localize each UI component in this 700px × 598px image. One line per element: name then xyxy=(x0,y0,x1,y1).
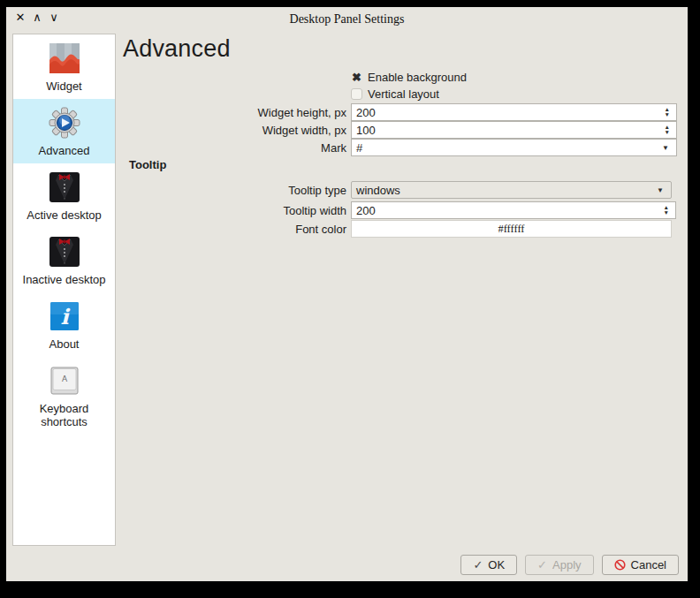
prohibition-icon xyxy=(614,559,626,571)
tooltip-type-value: windows xyxy=(352,184,657,197)
dialog-buttons: ✓ OK ✓ Apply Cancel xyxy=(460,555,679,575)
vertical-layout-checkbox[interactable]: Vertical layout xyxy=(351,87,677,101)
tooltip-width-row: Tooltip width 200 ▲ ▼ xyxy=(123,201,677,219)
mark-label: Mark xyxy=(123,141,351,155)
keycap-a-icon: A xyxy=(47,363,82,398)
spinner-arrows-icon[interactable]: ▲ ▼ xyxy=(665,125,670,135)
mark-row: Mark # ▼ xyxy=(123,139,677,156)
sidebar-item-keyboard-shortcuts[interactable]: A Keyboard shortcuts xyxy=(13,357,115,435)
tooltip-section-label: Tooltip xyxy=(129,158,166,171)
mark-combobox[interactable]: # ▼ xyxy=(351,139,677,156)
widget-width-label: Widget width, px xyxy=(123,124,351,137)
widget-height-label: Widget height, px xyxy=(123,106,351,119)
spin-down-icon[interactable]: ▼ xyxy=(665,112,670,117)
tuxedo-icon xyxy=(47,170,82,205)
tuxedo-icon xyxy=(47,234,82,269)
tooltip-width-label: Tooltip width xyxy=(123,204,351,217)
apply-button[interactable]: ✓ Apply xyxy=(525,555,593,575)
sidebar-item-inactive-desktop[interactable]: Inactive desktop xyxy=(13,228,115,292)
checkbox-checked-icon: ✖ xyxy=(351,72,362,83)
sidebar-item-label: Advanced xyxy=(39,144,90,157)
ok-button-label: OK xyxy=(488,558,505,572)
spinner-arrows-icon[interactable]: ▲ ▼ xyxy=(665,107,670,117)
mark-value: # xyxy=(352,141,662,155)
ok-button[interactable]: ✓ OK xyxy=(460,555,517,575)
widget-width-value: 100 xyxy=(352,124,665,137)
sidebar-item-label: Inactive desktop xyxy=(23,273,106,286)
widget-height-spinbox[interactable]: 200 ▲ ▼ xyxy=(351,103,677,121)
check-icon: ✓ xyxy=(537,558,547,572)
info-icon: i xyxy=(47,299,82,334)
titlebar: ✕ ∧ ∨ Desktop Panel Settings xyxy=(6,7,688,32)
spin-down-icon[interactable]: ▼ xyxy=(664,210,669,216)
tooltip-width-value: 200 xyxy=(352,204,664,217)
checkbox-label: Enable background xyxy=(368,71,467,84)
window-title: Desktop Panel Settings xyxy=(6,12,688,26)
gear-media-icon xyxy=(47,105,82,140)
font-color-row: Font color #ffffff xyxy=(123,220,677,238)
page-title: Advanced xyxy=(123,35,231,63)
spinner-arrows-icon[interactable]: ▲ ▼ xyxy=(664,205,669,216)
vertical-layout-row: Vertical layout xyxy=(123,87,677,102)
sidebar-item-label: Widget xyxy=(46,79,81,93)
cancel-button-label: Cancel xyxy=(631,558,666,572)
font-color-value: #ffffff xyxy=(498,223,524,236)
widget-width-spinbox[interactable]: 100 ▲ ▼ xyxy=(351,121,677,139)
apply-button-label: Apply xyxy=(552,558,582,572)
font-color-label: Font color xyxy=(123,223,351,236)
check-icon: ✓ xyxy=(473,558,483,572)
sidebar-item-widget[interactable]: Widget xyxy=(13,34,115,99)
tooltip-type-combobox[interactable]: windows ▼ xyxy=(351,181,672,199)
desktop: { "window": { "title": "Desktop Panel Se… xyxy=(0,0,700,598)
tooltip-type-label: Tooltip type xyxy=(123,184,351,197)
widget-width-row: Widget width, px 100 ▲ ▼ xyxy=(123,121,677,139)
spin-down-icon[interactable]: ▼ xyxy=(665,130,670,135)
widget-height-value: 200 xyxy=(352,106,665,119)
sidebar-item-about[interactable]: i About xyxy=(13,292,115,357)
svg-text:A: A xyxy=(61,375,67,383)
sidebar-item-active-desktop[interactable]: Active desktop xyxy=(13,163,115,228)
checkbox-unchecked-icon xyxy=(351,88,362,100)
enable-background-row: ✖ Enable background xyxy=(123,70,677,85)
sidebar-item-label: Keyboard shortcuts xyxy=(15,402,113,428)
enable-background-checkbox[interactable]: ✖ Enable background xyxy=(351,71,677,84)
sidebar-item-label: Active desktop xyxy=(27,208,102,222)
tooltip-width-spinbox[interactable]: 200 ▲ ▼ xyxy=(351,201,676,219)
widget-height-row: Widget height, px 200 ▲ ▼ xyxy=(123,103,677,121)
sidebar-item-advanced[interactable]: Advanced xyxy=(13,99,115,163)
sidebar: Widget Advanced xyxy=(12,34,116,546)
chevron-down-icon: ▼ xyxy=(662,144,669,152)
checkbox-label: Vertical layout xyxy=(368,87,439,101)
chevron-down-icon: ▼ xyxy=(657,186,664,194)
font-color-button[interactable]: #ffffff xyxy=(351,220,672,238)
cancel-button[interactable]: Cancel xyxy=(602,555,679,575)
tooltip-type-row: Tooltip type windows ▼ xyxy=(123,181,677,199)
chart-widget-icon xyxy=(47,41,82,76)
settings-window: ✕ ∧ ∨ Desktop Panel Settings Widget xyxy=(6,7,688,581)
sidebar-item-label: About xyxy=(49,337,80,351)
